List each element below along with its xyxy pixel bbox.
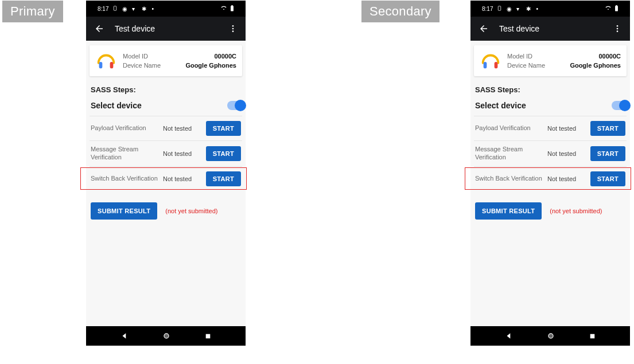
app-bar: Test device	[470, 17, 630, 41]
test-status: Not tested	[163, 175, 203, 182]
start-button[interactable]: START	[590, 171, 625, 186]
device-name-row: Device Name Google Gphones	[507, 62, 621, 69]
submit-result-button[interactable]: SUBMIT RESULT	[475, 202, 542, 220]
bt-icon	[112, 6, 118, 11]
phone-secondary: 8:17 ◉ ▾ ✱ • Test device Model ID	[470, 1, 630, 346]
test-name: Message Stream Verification	[91, 146, 160, 162]
device-card: Model ID 00000C Device Name Google Gphon…	[90, 45, 242, 76]
select-device-label: Select device	[475, 101, 526, 110]
svg-rect-9	[205, 334, 210, 338]
gear-icon: ✱	[142, 6, 147, 11]
submit-area: SUBMIT RESULT (not yet submitted)	[90, 191, 242, 220]
test-name: Message Stream Verification	[475, 146, 544, 162]
signal-icon: ▾	[516, 6, 522, 11]
start-button[interactable]: START	[206, 146, 241, 161]
test-row-message-stream: Message Stream Verification Not tested S…	[474, 140, 627, 166]
svg-point-15	[617, 30, 619, 32]
select-device-row: Select device	[474, 101, 627, 116]
status-bar: 8:17 ◉ ▾ ✱ •	[86, 1, 246, 17]
submit-area: SUBMIT RESULT (not yet submitted)	[474, 191, 627, 220]
svg-rect-1	[231, 6, 234, 11]
battery-icon	[614, 5, 619, 13]
svg-point-5	[232, 30, 234, 32]
test-status: Not tested	[547, 175, 587, 182]
test-row-payload: Payload Verification Not tested START	[474, 116, 627, 140]
primary-label: Primary	[2, 1, 63, 22]
gear-icon: ✱	[526, 6, 532, 11]
more-icon[interactable]	[613, 24, 622, 33]
svg-point-8	[164, 334, 168, 338]
status-bar: 8:17 ◉ ▾ ✱ •	[470, 1, 630, 17]
select-device-label: Select device	[91, 101, 142, 110]
svg-rect-12	[616, 5, 617, 6]
test-name: Switch Back Verification	[91, 175, 160, 183]
svg-point-14	[617, 28, 619, 30]
start-button[interactable]: START	[590, 121, 625, 136]
app-bar: Test device	[86, 17, 246, 41]
test-name: Payload Verification	[475, 124, 544, 132]
start-button[interactable]: START	[206, 121, 241, 136]
status-dot: •	[151, 6, 154, 12]
sass-section: SASS Steps: Select device Payload Verifi…	[86, 76, 246, 220]
test-status: Not tested	[163, 125, 203, 132]
nav-home-icon[interactable]	[547, 332, 555, 340]
status-dot: •	[536, 6, 538, 12]
svg-rect-19	[590, 334, 594, 338]
svg-rect-11	[615, 6, 618, 11]
svg-point-18	[548, 334, 553, 338]
model-id-value: 00000C	[214, 53, 236, 60]
test-name: Payload Verification	[91, 124, 160, 132]
svg-rect-2	[231, 5, 232, 6]
svg-rect-6	[99, 62, 103, 68]
signal-icon: ▾	[132, 6, 138, 11]
device-name-row: Device Name Google Gphones	[123, 62, 236, 69]
device-card: Model ID 00000C Device Name Google Gphon…	[474, 45, 627, 76]
submit-note: (not yet submitted)	[550, 208, 602, 214]
app-bar-title: Test device	[115, 24, 218, 33]
more-icon[interactable]	[228, 24, 238, 33]
back-icon[interactable]	[94, 24, 104, 34]
battery-icon	[230, 5, 234, 13]
device-name-value: Google Gphones	[185, 62, 236, 69]
test-status: Not tested	[163, 150, 203, 157]
model-id-row: Model ID 00000C	[507, 53, 621, 60]
back-icon[interactable]	[479, 24, 489, 34]
nav-home-icon[interactable]	[162, 332, 170, 340]
svg-rect-0	[114, 6, 117, 11]
device-name-value: Google Gphones	[570, 62, 621, 69]
nav-bar	[86, 326, 246, 346]
submit-result-button[interactable]: SUBMIT RESULT	[91, 202, 157, 220]
test-name: Switch Back Verification	[475, 175, 544, 183]
sass-heading: SASS Steps:	[90, 85, 242, 101]
svg-point-3	[232, 25, 234, 27]
select-device-toggle[interactable]	[227, 101, 244, 110]
svg-point-13	[617, 25, 619, 27]
start-button[interactable]: START	[590, 146, 625, 161]
submit-note: (not yet submitted)	[165, 208, 217, 214]
test-row-switch-back: Switch Back Verification Not tested STAR…	[90, 166, 242, 191]
headphones-icon	[95, 50, 117, 72]
start-button[interactable]: START	[206, 171, 241, 186]
sass-heading: SASS Steps:	[474, 85, 627, 101]
nav-back-icon[interactable]	[120, 332, 129, 340]
nav-back-icon[interactable]	[505, 332, 513, 340]
svg-rect-7	[110, 62, 114, 68]
sass-section: SASS Steps: Select device Payload Verifi…	[470, 76, 630, 220]
nav-recent-icon[interactable]	[204, 332, 212, 340]
nav-recent-icon[interactable]	[589, 332, 596, 340]
svg-point-4	[232, 28, 234, 30]
test-status: Not tested	[547, 125, 587, 132]
dot-icon: ◉	[122, 6, 128, 11]
test-status: Not tested	[547, 150, 587, 157]
select-device-toggle[interactable]	[612, 101, 629, 110]
test-row-switch-back: Switch Back Verification Not tested STAR…	[474, 166, 627, 191]
secondary-label: Secondary	[361, 1, 439, 22]
svg-rect-16	[484, 62, 487, 68]
wifi-icon	[220, 5, 227, 12]
wifi-icon	[605, 5, 612, 12]
model-id-label: Model ID	[507, 53, 532, 60]
device-name-label: Device Name	[507, 62, 545, 69]
device-name-label: Device Name	[123, 62, 161, 69]
nav-bar	[470, 326, 630, 346]
bt-icon	[497, 6, 503, 11]
